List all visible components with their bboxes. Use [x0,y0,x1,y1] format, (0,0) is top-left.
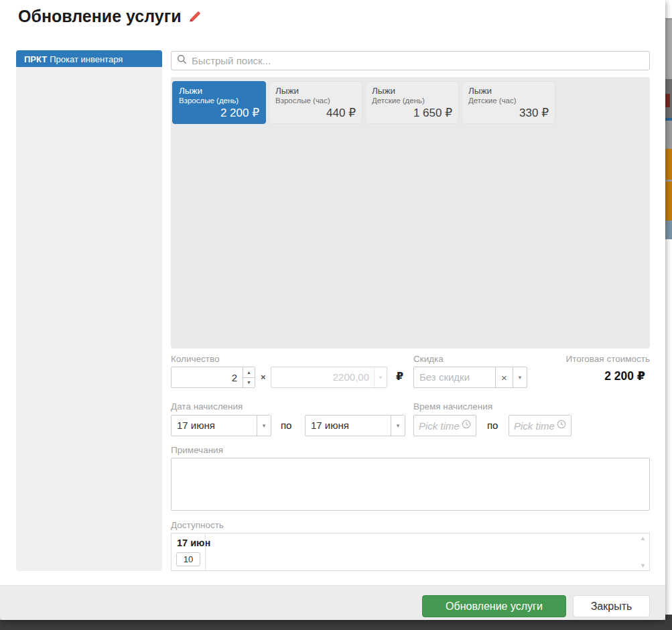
date-between-text: по [281,420,291,431]
unit-price-value: 2200,00 [271,367,369,387]
background-strip-segment [665,182,672,220]
service-variant: Взрослые (час) [275,97,356,105]
quick-search [171,51,650,70]
availability-label: Доступность [171,520,224,530]
service-name: Лыжи [179,86,259,96]
service-update-dialog: Обновление услуги ПРКТПрокат инвентаря Л… [0,0,665,620]
background-strip-segment [665,94,670,107]
service-price: 2 200 ₽ [220,106,259,120]
divider [205,533,206,570]
service-price: 330 ₽ [519,106,549,120]
close-button[interactable]: Закрыть [573,595,650,617]
service-name: Лыжи [372,86,452,96]
background-backdrop [0,620,672,630]
notes-textarea[interactable] [171,458,650,511]
date-label: Дата начисления [171,401,243,412]
service-variant: Детские (день) [372,97,452,105]
time-from-input[interactable]: Pick time [413,415,476,436]
clock-icon [557,420,566,432]
quantity-label: Количество [171,354,220,364]
service-card[interactable]: Лыжи Взрослые (час) 440 ₽ [269,81,362,124]
page-title: Обновление услуги [18,5,202,27]
total-value: 2 200 ₽ [509,369,645,383]
background-strip-segment [665,20,672,79]
time-to-placeholder: Pick time [514,420,555,432]
service-name: Лыжи [275,86,356,96]
category-code: ПРКТ [24,54,47,64]
services-panel: Лыжи Взрослые (день) 2 200 ₽ Лыжи Взросл… [171,77,650,349]
sidebar-panel [16,67,162,571]
background-strip-segment [665,239,672,615]
spinner-down-icon[interactable]: ▼ [243,378,255,388]
notes-label: Примечания [171,445,223,455]
date-to-select[interactable]: 17 июня ▼ [305,415,405,436]
quantity-stepper: ▲ ▼ [171,367,255,388]
background-strip-segment [665,121,672,149]
quantity-spinner: ▲ ▼ [243,367,255,387]
service-price: 440 ₽ [326,106,356,120]
discount-placeholder: Без скидки [414,367,495,387]
time-between-text: по [487,420,498,431]
search-input[interactable] [192,55,644,66]
scroll-down-icon[interactable]: ▼ [640,562,646,569]
date-to-value: 17 июня [306,416,405,436]
date-from-value: 17 июня [172,416,271,436]
edit-pencil-icon[interactable] [188,8,202,27]
currency-sign: ₽ [396,370,403,383]
date-from-select[interactable]: 17 июня ▼ [171,415,271,436]
spinner-up-icon[interactable]: ▲ [243,367,255,378]
service-name: Лыжи [468,86,549,96]
category-name: Прокат инвентаря [50,54,123,64]
chevron-down-icon: ▼ [374,367,387,387]
background-strip-segment [665,220,672,239]
service-variant: Взрослые (день) [179,97,259,105]
chevron-down-icon: ▼ [257,416,271,436]
dialog-title-text: Обновление услуги [18,7,182,26]
clock-icon [462,420,471,432]
background-page-edge [665,0,672,630]
sidebar-item-category[interactable]: ПРКТПрокат инвентаря [16,50,162,68]
availability-box: 17 июн 10 ▲ ▼ [171,533,650,571]
multiply-sign: × [261,372,266,382]
time-from-placeholder: Pick time [419,420,460,432]
dialog-footer: Обновление услуги Закрыть [0,585,665,620]
service-card[interactable]: Лыжи Взрослые (день) 2 200 ₽ [172,81,266,124]
availability-count: 10 [176,552,200,566]
background-strip-segment [665,149,672,180]
time-label: Время начисления [413,401,492,412]
chevron-down-icon: ▼ [391,416,405,436]
service-card[interactable]: Лыжи Детские (час) 330 ₽ [462,81,555,124]
unit-price-field: 2200,00 ▼ [271,367,387,388]
service-price: 1 650 ₽ [413,106,452,120]
background-strip-segment [665,0,672,18]
submit-button[interactable]: Обновление услуги [422,595,566,617]
discount-label: Скидка [413,354,444,364]
search-icon [177,54,187,67]
service-variant: Детские (час) [468,97,549,105]
total-label: Итоговая стоимость [469,354,650,364]
service-card[interactable]: Лыжи Детские (день) 1 650 ₽ [365,81,459,124]
time-to-input[interactable]: Pick time [509,415,572,436]
scroll-up-icon[interactable]: ▲ [640,535,646,542]
